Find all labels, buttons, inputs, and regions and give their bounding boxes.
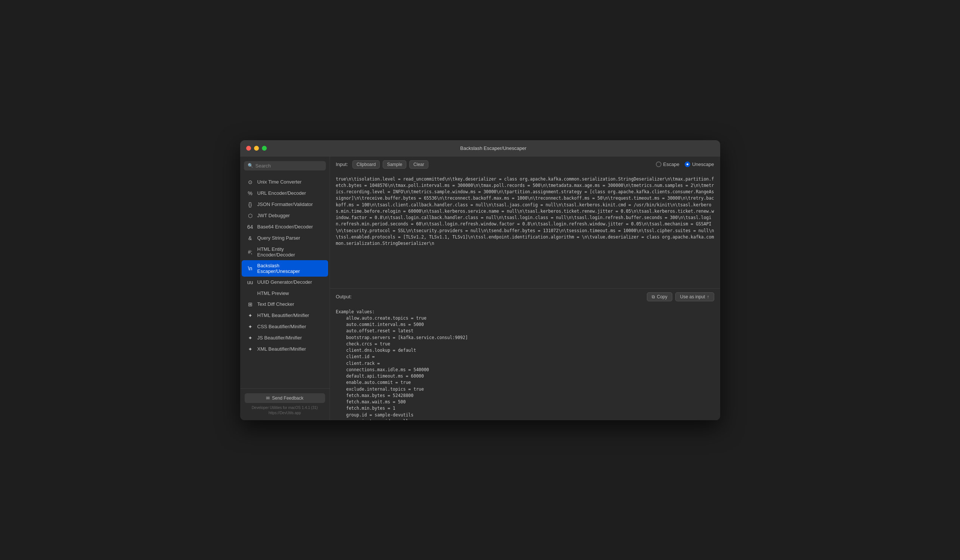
use-as-input-button[interactable]: Use as input ↑: [675, 292, 714, 301]
input-header: Input: Clipboard Sample Clear Escape Une…: [330, 156, 720, 172]
sidebar-item-icon-uuid: uu: [247, 279, 254, 285]
sidebar-item-label-backslash: Backslash Escaper/Unescaper: [258, 263, 323, 274]
escape-radio-label[interactable]: Escape: [656, 161, 679, 167]
sidebar-item-icon-base64: 64: [247, 224, 254, 230]
sidebar-item-unix-time[interactable]: ⊙ Unix Time Converter: [242, 176, 328, 188]
input-text-area[interactable]: true\n\tisolation.level = read_uncommitt…: [330, 172, 720, 288]
use-as-input-label: Use as input: [680, 294, 705, 300]
sidebar-item-js-beautifier[interactable]: ✦ JS Beautifier/Minifier: [242, 332, 328, 343]
unescape-label: Unescape: [692, 161, 714, 167]
feedback-button[interactable]: ✉ Send Feedback: [245, 393, 325, 403]
sidebar-item-icon-unix-time: ⊙: [247, 179, 254, 185]
sidebar-item-html-beautifier[interactable]: ✦ HTML Beautifier/Minifier: [242, 310, 328, 321]
clear-button[interactable]: Clear: [409, 160, 428, 169]
sidebar-item-text-diff[interactable]: ⊞ Text Diff Checker: [242, 299, 328, 310]
feedback-icon: ✉: [266, 396, 270, 401]
sidebar-item-label-url-encoder: URL Encoder/Decoder: [258, 190, 306, 196]
sidebar-item-label-json-formatter: JSON Formatter/Validator: [258, 201, 313, 207]
footer-version: Developer Utilities for macOS 1.4.1 (31)…: [252, 405, 318, 416]
sidebar-item-icon-js-beautifier: ✦: [247, 335, 254, 341]
sidebar-item-label-js-beautifier: JS Beautifier/Minifier: [258, 335, 302, 341]
sidebar-item-icon-backslash: \n: [247, 265, 254, 271]
sidebar-item-label-unix-time: Unix Time Converter: [258, 179, 302, 185]
sidebar-item-icon-css-beautifier: ✦: [247, 324, 254, 330]
input-section: Input: Clipboard Sample Clear Escape Une…: [330, 156, 720, 289]
sidebar-item-icon-jwt-debugger: ⬡: [247, 213, 254, 219]
search-container: 🔍: [240, 156, 330, 175]
sidebar-item-label-xml-beautifier: XML Beautifier/Minifier: [258, 346, 306, 352]
sidebar-item-icon-html-entity: #;: [247, 249, 254, 255]
unescape-radio-label[interactable]: Unescape: [685, 161, 714, 167]
search-box: 🔍: [244, 161, 326, 171]
upload-icon: ↑: [707, 294, 709, 300]
sidebar-item-jwt-debugger[interactable]: ⬡ JWT Debugger: [242, 210, 328, 221]
output-section: Output: ⧉ Copy Use as input ↑ Example va…: [330, 289, 720, 420]
maximize-button[interactable]: [262, 146, 267, 151]
sidebar-item-label-base64: Base64 Encoder/Decoder: [258, 224, 313, 230]
sidebar-item-label-jwt-debugger: JWT Debugger: [258, 213, 290, 218]
minimize-button[interactable]: [254, 146, 259, 151]
sidebar-item-label-html-preview: HTML Preview: [258, 290, 289, 296]
output-text-area: Example values: allow.auto.create.topics…: [330, 305, 720, 420]
sidebar-item-label-css-beautifier: CSS Beautifier/Minifier: [258, 324, 306, 329]
window-title: Backslash Escaper/Unescaper: [273, 145, 714, 151]
search-input[interactable]: [256, 163, 322, 169]
sidebar-items: ⊙ Unix Time Converter % URL Encoder/Deco…: [240, 175, 330, 388]
app-window: Backslash Escaper/Unescaper 🔍 ⊙ Unix Tim…: [240, 140, 720, 420]
sidebar-item-icon-html-beautifier: ✦: [247, 313, 254, 319]
sidebar-item-label-query-string: Query String Parser: [258, 235, 301, 241]
main-panel: Input: Clipboard Sample Clear Escape Une…: [330, 156, 720, 420]
sidebar-item-label-uuid: UUID Generator/Decoder: [258, 279, 312, 285]
sidebar-item-icon-xml-beautifier: ✦: [247, 346, 254, 352]
sidebar-item-icon-url-encoder: %: [247, 190, 254, 196]
clipboard-button[interactable]: Clipboard: [352, 160, 380, 169]
copy-icon: ⧉: [652, 294, 655, 300]
input-label: Input:: [336, 161, 348, 167]
sidebar-item-icon-query-string: &: [247, 235, 254, 241]
sidebar-item-xml-beautifier[interactable]: ✦ XML Beautifier/Minifier: [242, 343, 328, 355]
mode-radio-group: Escape Unescape: [656, 161, 714, 167]
output-actions: ⧉ Copy Use as input ↑: [647, 292, 714, 301]
close-button[interactable]: [246, 146, 251, 151]
sidebar-item-icon-text-diff: ⊞: [247, 301, 254, 307]
copy-label: Copy: [657, 294, 667, 300]
sidebar-item-html-entity[interactable]: #; HTML Entity Encoder/Decoder: [242, 244, 328, 260]
sample-button[interactable]: Sample: [383, 160, 406, 169]
unescape-radio[interactable]: [685, 161, 690, 167]
sidebar-footer: ✉ Send Feedback Developer Utilities for …: [240, 388, 330, 420]
output-label: Output:: [336, 294, 352, 300]
sidebar-item-icon-json-formatter: {}: [247, 201, 254, 207]
search-icon: 🔍: [248, 163, 253, 168]
output-header: Output: ⧉ Copy Use as input ↑: [330, 289, 720, 305]
sidebar-item-label-html-entity: HTML Entity Encoder/Decoder: [258, 246, 323, 258]
sidebar-item-query-string[interactable]: & Query String Parser: [242, 233, 328, 244]
copy-button[interactable]: ⧉ Copy: [647, 292, 672, 301]
sidebar: 🔍 ⊙ Unix Time Converter % URL Encoder/De…: [240, 156, 330, 420]
feedback-label: Send Feedback: [272, 396, 303, 401]
main-content: 🔍 ⊙ Unix Time Converter % URL Encoder/De…: [240, 156, 720, 420]
title-bar: Backslash Escaper/Unescaper: [240, 140, 720, 156]
sidebar-item-label-text-diff: Text Diff Checker: [258, 301, 294, 307]
sidebar-item-css-beautifier[interactable]: ✦ CSS Beautifier/Minifier: [242, 321, 328, 332]
escape-label: Escape: [663, 161, 679, 167]
sidebar-item-html-preview[interactable]: HTML Preview: [242, 288, 328, 299]
sidebar-item-uuid[interactable]: uu UUID Generator/Decoder: [242, 277, 328, 288]
sidebar-item-base64[interactable]: 64 Base64 Encoder/Decoder: [242, 221, 328, 233]
sidebar-item-label-html-beautifier: HTML Beautifier/Minifier: [258, 313, 309, 318]
sidebar-item-backslash[interactable]: \n Backslash Escaper/Unescaper: [242, 260, 328, 277]
sidebar-item-json-formatter[interactable]: {} JSON Formatter/Validator: [242, 199, 328, 210]
escape-radio[interactable]: [656, 161, 661, 167]
sidebar-item-url-encoder[interactable]: % URL Encoder/Decoder: [242, 188, 328, 199]
traffic-lights: [246, 146, 267, 151]
